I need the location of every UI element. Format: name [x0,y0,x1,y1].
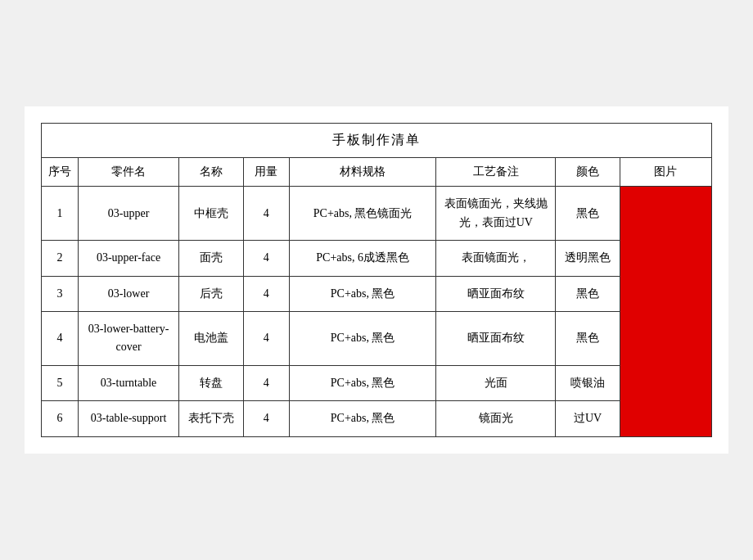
table-row: 203-upper-face面壳4PC+abs, 6成透黑色表面镜面光，透明黑色 [42,241,712,276]
cell-spec: PC+abs, 黑色镜面光 [289,187,436,241]
cell-part-code: 03-table-support [78,401,178,436]
cell-process: 光面 [436,365,556,400]
header-name: 名称 [179,158,244,187]
cell-part-code: 03-upper [78,187,178,241]
header-row: 序号 零件名 名称 用量 材料规格 工艺备注 颜色 图片 [42,158,712,187]
cell-seq: 3 [42,276,79,311]
table-row: 403-lower-battery-cover电池盖4PC+abs, 黑色晒亚面… [42,312,712,366]
table-title: 手板制作清单 [42,124,712,158]
cell-qty: 4 [243,401,289,436]
cell-process: 表面镜面光， [436,241,556,276]
header-color: 颜色 [556,158,620,187]
cell-seq: 5 [42,365,79,400]
cell-spec: PC+abs, 黑色 [289,312,436,366]
cell-qty: 4 [243,187,289,241]
cell-color: 透明黑色 [556,241,620,276]
header-part-code: 零件名 [78,158,178,187]
cell-color: 黑色 [556,312,620,366]
cell-name: 面壳 [179,241,244,276]
cell-qty: 4 [243,365,289,400]
table-body: 103-upper中框壳4PC+abs, 黑色镜面光表面镜面光，夹线抛光，表面过… [42,187,712,436]
cell-seq: 2 [42,241,79,276]
cell-color: 黑色 [556,276,620,311]
table-row: 503-turntable转盘4PC+abs, 黑色光面喷银油 [42,365,712,400]
cell-seq: 6 [42,401,79,436]
table-row: 103-upper中框壳4PC+abs, 黑色镜面光表面镜面光，夹线抛光，表面过… [42,187,712,241]
cell-color: 黑色 [556,187,620,241]
header-process: 工艺备注 [436,158,556,187]
cell-qty: 4 [243,241,289,276]
header-image: 图片 [620,158,711,187]
cell-part-code: 03-lower-battery-cover [78,312,178,366]
cell-name: 后壳 [179,276,244,311]
page-container: 手板制作清单 序号 零件名 名称 用量 材料规格 工艺备注 颜色 图片 103-… [25,106,728,453]
cell-part-code: 03-turntable [78,365,178,400]
cell-name: 转盘 [179,365,244,400]
cell-spec: PC+abs, 6成透黑色 [289,241,436,276]
cell-image [620,187,711,436]
table-row: 303-lower后壳4PC+abs, 黑色晒亚面布纹黑色 [42,276,712,311]
header-spec: 材料规格 [289,158,436,187]
header-qty: 用量 [243,158,289,187]
cell-spec: PC+abs, 黑色 [289,276,436,311]
cell-seq: 1 [42,187,79,241]
cell-part-code: 03-lower [78,276,178,311]
title-row: 手板制作清单 [42,124,712,158]
header-seq: 序号 [42,158,79,187]
cell-process: 晒亚面布纹 [436,312,556,366]
cell-part-code: 03-upper-face [78,241,178,276]
main-table: 手板制作清单 序号 零件名 名称 用量 材料规格 工艺备注 颜色 图片 103-… [41,123,712,436]
cell-name: 表托下壳 [179,401,244,436]
cell-seq: 4 [42,312,79,366]
cell-process: 表面镜面光，夹线抛光，表面过UV [436,187,556,241]
cell-name: 电池盖 [179,312,244,366]
cell-name: 中框壳 [179,187,244,241]
cell-spec: PC+abs, 黑色 [289,365,436,400]
cell-qty: 4 [243,276,289,311]
table-row: 603-table-support表托下壳4PC+abs, 黑色镜面光过UV [42,401,712,436]
cell-color: 喷银油 [556,365,620,400]
cell-spec: PC+abs, 黑色 [289,401,436,436]
cell-qty: 4 [243,312,289,366]
cell-process: 晒亚面布纹 [436,276,556,311]
cell-color: 过UV [556,401,620,436]
cell-process: 镜面光 [436,401,556,436]
